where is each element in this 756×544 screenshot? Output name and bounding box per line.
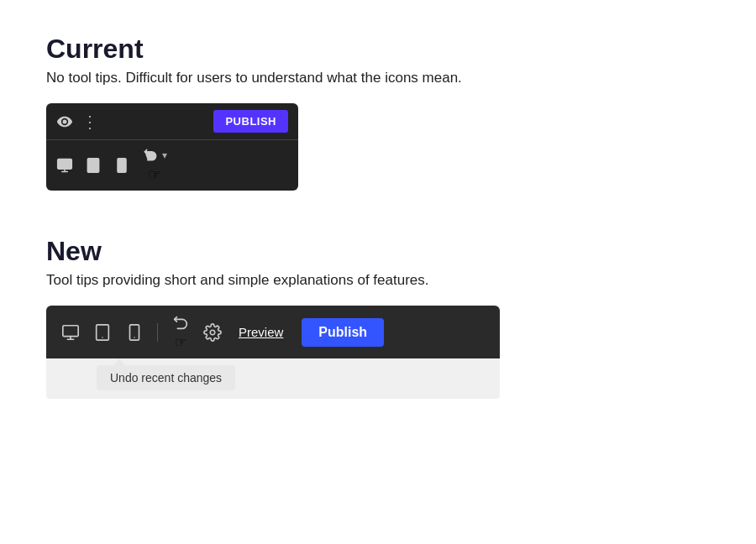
undo-group-current: ▾ ☞ [142, 147, 167, 184]
new-toolbar-row: ☞ Preview Publish [46, 306, 500, 358]
mobile-icon-new[interactable] [125, 323, 144, 342]
desktop-icon[interactable] [56, 157, 73, 174]
tooltip-bubble: Undo recent changes [97, 365, 235, 390]
current-section: Current No tool tips. Difficult for user… [46, 34, 710, 228]
more-options-icon[interactable]: ⋮ [81, 112, 97, 132]
undo-icon-current[interactable] [142, 147, 159, 164]
new-toolbar: ☞ Preview Publish [46, 306, 500, 358]
preview-link-new[interactable]: Preview [239, 325, 283, 339]
svg-point-4 [121, 170, 122, 170]
undo-chevron-icon[interactable]: ▾ [162, 149, 167, 161]
cursor-icon-new: ☞ [175, 334, 186, 350]
toolbar-divider [157, 323, 158, 342]
current-description: No tool tips. Difficult for users to und… [46, 70, 710, 86]
publish-button-new[interactable]: Publish [302, 318, 384, 347]
new-section: New Tool tips providing short and simple… [46, 236, 710, 399]
publish-button-current[interactable]: PUBLISH [213, 110, 288, 133]
new-description: Tool tips providing short and simple exp… [46, 272, 710, 289]
settings-icon-new[interactable] [203, 323, 222, 342]
cursor-icon-current: ☞ [148, 165, 161, 184]
new-title: New [46, 236, 710, 267]
current-toolbar: ⋮ PUBLISH [46, 103, 298, 191]
tablet-icon[interactable] [85, 157, 102, 174]
tooltip-bar: Undo recent changes [46, 358, 500, 399]
svg-rect-0 [58, 160, 72, 170]
mobile-icon[interactable] [113, 157, 130, 174]
preview-eye-icon[interactable] [56, 113, 73, 130]
current-toolbar-bottom-row: ▾ ☞ [46, 140, 298, 191]
current-title: Current [46, 34, 710, 65]
svg-point-9 [134, 337, 134, 337]
tablet-icon-new[interactable] [93, 323, 112, 342]
undo-icon-new[interactable] [171, 314, 190, 332]
undo-group-new: ☞ [171, 314, 190, 350]
svg-point-2 [92, 170, 93, 170]
desktop-icon-new[interactable] [61, 323, 80, 342]
current-toolbar-top-row: ⋮ PUBLISH [46, 103, 298, 140]
svg-point-10 [210, 330, 215, 335]
svg-point-7 [102, 337, 102, 337]
svg-rect-5 [63, 325, 78, 336]
